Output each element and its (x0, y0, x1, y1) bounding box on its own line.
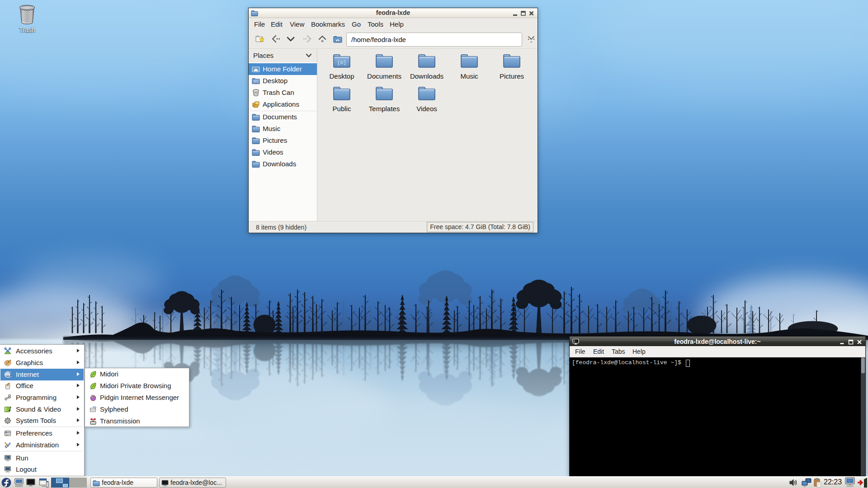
svg-text:[D]: [D] (337, 60, 346, 66)
svg-text:[D]: [D] (253, 80, 259, 84)
